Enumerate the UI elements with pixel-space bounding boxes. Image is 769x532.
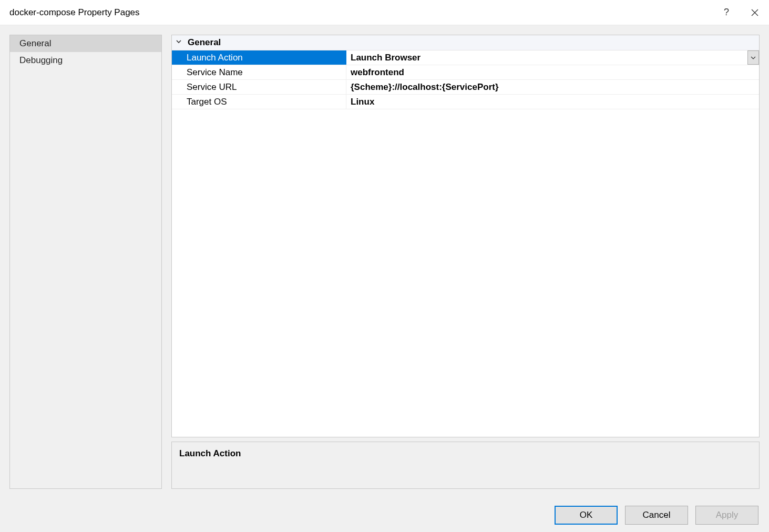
help-icon[interactable]: ? [722, 8, 731, 17]
property-value[interactable]: webfrontend [346, 65, 759, 79]
footer: OK Cancel Apply [0, 498, 769, 532]
sidebar-item-label: General [19, 38, 51, 48]
apply-button[interactable]: Apply [695, 506, 758, 525]
description-title: Launch Action [179, 448, 752, 459]
property-label: Target OS [172, 95, 346, 109]
property-value-text: {Scheme}://localhost:{ServicePort} [351, 82, 499, 93]
group-header[interactable]: General [172, 35, 759, 50]
property-value[interactable]: Linux [346, 95, 759, 109]
property-row-service-url[interactable]: Service URL {Scheme}://localhost:{Servic… [172, 80, 759, 95]
property-value-text: Linux [351, 97, 374, 107]
property-row-target-os[interactable]: Target OS Linux [172, 95, 759, 109]
content-area: General Debugging General Launch Action … [0, 25, 769, 498]
property-value-text: Launch Browser [351, 53, 421, 63]
dropdown-button[interactable] [747, 50, 759, 65]
chevron-down-icon [175, 37, 182, 48]
group-name: General [188, 37, 221, 48]
sidebar-item-label: Debugging [19, 55, 63, 65]
property-row-launch-action[interactable]: Launch Action Launch Browser [172, 50, 759, 65]
property-label: Service Name [172, 65, 346, 79]
main-panel: General Launch Action Launch Browser Ser… [171, 35, 760, 489]
sidebar-item-debugging[interactable]: Debugging [10, 52, 161, 69]
description-panel: Launch Action [171, 442, 760, 489]
property-label: Service URL [172, 80, 346, 94]
titlebar: docker-compose Property Pages ? [0, 0, 769, 25]
window-title: docker-compose Property Pages [9, 7, 722, 18]
property-value[interactable]: Launch Browser [346, 50, 759, 65]
property-label: Launch Action [172, 50, 346, 65]
titlebar-controls: ? [722, 8, 760, 17]
property-grid: General Launch Action Launch Browser Ser… [171, 35, 760, 437]
property-row-service-name[interactable]: Service Name webfrontend [172, 65, 759, 80]
close-icon[interactable] [750, 8, 760, 17]
property-value-text: webfrontend [351, 67, 404, 78]
ok-button[interactable]: OK [555, 506, 618, 525]
property-value[interactable]: {Scheme}://localhost:{ServicePort} [346, 80, 759, 94]
cancel-button[interactable]: Cancel [625, 506, 688, 525]
sidebar: General Debugging [9, 35, 162, 489]
sidebar-item-general[interactable]: General [10, 35, 161, 52]
